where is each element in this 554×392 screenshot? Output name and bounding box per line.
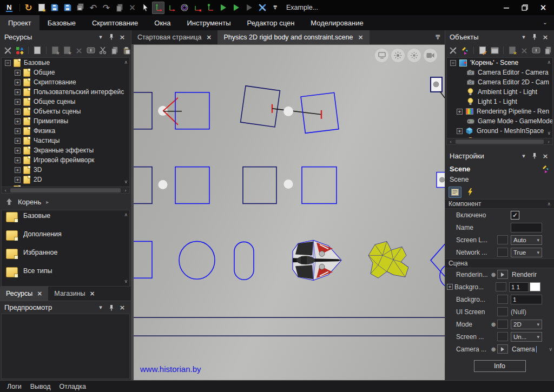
mesh-collision-blob[interactable] [368, 241, 408, 278]
pin-icon[interactable] [107, 32, 116, 41]
menu-modeling[interactable]: Моделирование [302, 15, 371, 30]
pulley-anchor[interactable] [431, 77, 445, 102]
tab-start-page[interactable]: Стартовая страница× [131, 30, 217, 44]
move-tool-button[interactable] [152, 2, 164, 14]
transform-colored-icon[interactable] [460, 45, 470, 55]
scale-tool-red-button[interactable] [191, 2, 203, 14]
rigid-body-circle[interactable] [179, 241, 215, 279]
rigid-body-capsule[interactable] [234, 242, 254, 280]
panel-dropdown-icon[interactable]: ▾ [519, 32, 528, 41]
scene-canvas[interactable] [134, 45, 445, 380]
objects-tree-item-scene[interactable]: −'Корень' - Scene [447, 58, 552, 68]
new-window-icon[interactable] [490, 45, 499, 55]
rigid-body-polygon-partial[interactable] [431, 242, 445, 278]
default-flag-box[interactable] [497, 235, 508, 244]
screen-orientation-dropdown[interactable]: Un...▾ [511, 332, 542, 342]
objects-tree-item-ground[interactable]: +Ground - MeshInSpace [447, 126, 552, 136]
scroll-up-icon[interactable]: ∧ [124, 60, 128, 65]
resources-tree-item[interactable]: +Примитивы [2, 116, 129, 126]
settings-wrench-icon[interactable] [448, 45, 458, 55]
default-flag-box[interactable] [497, 332, 508, 341]
menu-scene-editor[interactable]: Редактор сцен [239, 15, 303, 30]
select-cursor-button[interactable] [139, 2, 151, 14]
default-flag-box[interactable] [497, 248, 508, 257]
rigid-body-box[interactable] [243, 167, 276, 204]
tab-close-icon[interactable]: × [37, 290, 42, 297]
default-flag-box[interactable] [497, 307, 508, 316]
resources-tree-item[interactable]: +3D [2, 165, 129, 175]
rotate-tool-button[interactable] [178, 2, 190, 14]
save-button[interactable] [48, 2, 61, 14]
scroll-right-icon[interactable]: › [545, 139, 552, 144]
pin-icon[interactable] [107, 303, 116, 312]
objects-tree-item-ambient-light[interactable]: Ambient Light - Light [447, 87, 552, 97]
status-tab-output[interactable]: Вывод [27, 383, 55, 390]
minimize-button[interactable] [499, 2, 514, 14]
delete-button[interactable]: × [126, 2, 138, 14]
translate-tool-button[interactable] [165, 2, 177, 14]
spaceship-sprite[interactable] [293, 240, 341, 280]
resources-tree-item[interactable]: +Общие [2, 68, 129, 77]
restore-button[interactable] [517, 2, 532, 14]
save-as-button[interactable] [61, 2, 74, 14]
new-object-icon[interactable] [478, 45, 487, 55]
tab-resources[interactable]: Ресурсы× [0, 287, 48, 301]
camera-record-button[interactable] [424, 49, 437, 62]
anchor-box-partial[interactable] [437, 172, 445, 188]
scene-viewport[interactable]: www.historian.by [131, 44, 445, 380]
panel-close-icon[interactable]: × [118, 303, 127, 312]
name-input[interactable] [511, 223, 542, 232]
reference-button[interactable] [497, 344, 508, 354]
tab-list-menu-icon[interactable]: ▬▾ [436, 34, 440, 39]
scroll-down-icon[interactable]: ∨ [124, 279, 128, 284]
brightness-low-button[interactable] [407, 49, 421, 62]
scroll-down-icon[interactable]: ∨ [124, 180, 128, 184]
breadcrumb-root[interactable]: Корень [18, 198, 41, 206]
menubar-overflow-caret[interactable]: ⌄ [543, 19, 548, 26]
navigate-up-icon[interactable] [5, 198, 13, 205]
info-button[interactable]: Info [474, 360, 526, 372]
folder-item-favorites[interactable]: Избранное [2, 247, 129, 265]
refresh-button[interactable]: ↻ [22, 2, 35, 14]
screen-label-dropdown[interactable]: Auto▾ [511, 235, 542, 245]
rigid-body-box[interactable] [175, 167, 209, 204]
rigid-body-box[interactable] [175, 92, 209, 129]
brightness-high-button[interactable] [391, 49, 405, 62]
folder-item-basic[interactable]: Базовые [2, 210, 129, 229]
background-color-input[interactable] [509, 282, 529, 292]
status-tab-logs[interactable]: Логи [3, 383, 25, 390]
rigid-body-box[interactable] [302, 167, 337, 204]
network-mode-dropdown[interactable]: True▾ [511, 248, 542, 257]
tab-stores[interactable]: Магазины× [48, 287, 101, 301]
default-flag-box[interactable] [497, 295, 508, 304]
favorite-file-icon[interactable]: ★ [507, 45, 517, 55]
menu-tools[interactable]: Инструменты [179, 15, 239, 30]
rigid-body-box[interactable] [134, 92, 152, 129]
menu-project[interactable]: Проект [0, 15, 39, 30]
constraint-anchor[interactable] [159, 180, 168, 189]
copy-button[interactable] [113, 2, 126, 14]
objects-tree-item-rendering-pipeline[interactable]: +Rendering Pipeline - Ren [447, 107, 552, 116]
resources-tree-item[interactable]: +Экранные эффекты [2, 145, 129, 155]
scroll-down-icon[interactable]: ∨ [549, 347, 552, 352]
scroll-down-icon[interactable]: ∨ [547, 131, 551, 136]
properties-tab[interactable] [449, 187, 461, 198]
toolbar-more-dropdown[interactable]: ▬▾ [269, 2, 281, 14]
new-resource-icon[interactable] [32, 45, 42, 55]
app-logo[interactable]: N [3, 2, 15, 14]
folder-item-addons[interactable]: Дополнения [2, 229, 129, 247]
copy-object-icon[interactable] [543, 45, 553, 55]
status-tab-debug[interactable]: Отладка [56, 383, 90, 390]
resources-tree-item[interactable]: +Скриптование [2, 77, 129, 87]
tab-close-icon[interactable]: × [358, 34, 363, 41]
play-secondary-button[interactable] [230, 2, 242, 14]
resources-tree-hscrollbar[interactable]: ‹ › [2, 187, 129, 193]
resources-tree-item[interactable]: −Базовые [2, 58, 129, 68]
filter-shapes-icon[interactable] [15, 45, 24, 55]
enabled-checkbox[interactable]: ✓ [511, 211, 519, 220]
panel-close-icon[interactable]: × [541, 151, 550, 160]
rigid-body-box[interactable] [134, 241, 152, 278]
play-disabled-button[interactable] [243, 2, 255, 14]
transform-colored-icon[interactable] [542, 165, 550, 173]
menu-windows[interactable]: Окна [146, 15, 179, 30]
